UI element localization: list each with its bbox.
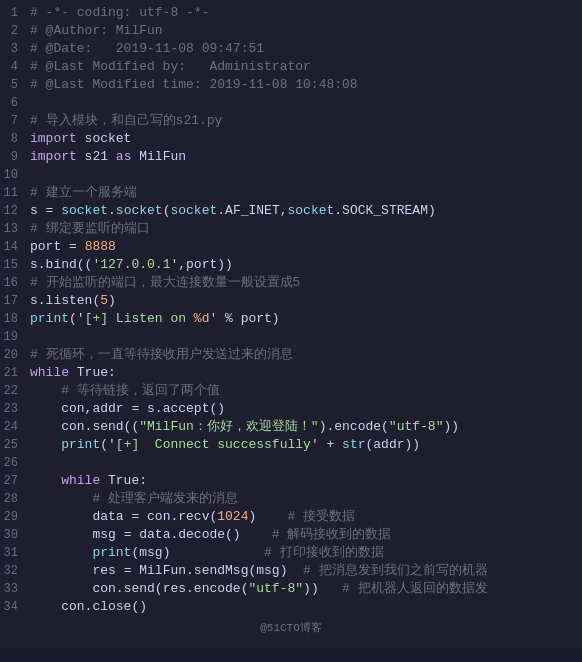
line-content: s = socket.socket(socket.AF_INET,socket.… [30, 202, 574, 220]
line-number: 21 [0, 364, 30, 382]
code-line: 27 while True: [0, 472, 582, 490]
line-number: 8 [0, 130, 30, 148]
line-content [30, 328, 574, 346]
code-line: 32 res = MilFun.sendMsg(msg) # 把消息发到我们之前… [0, 562, 582, 580]
line-number: 12 [0, 202, 30, 220]
line-content: con.close() [30, 598, 574, 616]
line-number: 10 [0, 166, 30, 184]
line-content [30, 94, 574, 112]
line-number: 26 [0, 454, 30, 472]
code-line: 21while True: [0, 364, 582, 382]
code-editor: 1# -*- coding: utf-8 -*-2# @Author: MilF… [0, 0, 582, 648]
code-line: 18print('[+] Listen on %d' % port) [0, 310, 582, 328]
line-content: port = 8888 [30, 238, 574, 256]
line-content: # 导入模块，和自己写的s21.py [30, 112, 574, 130]
line-number: 16 [0, 274, 30, 292]
line-number: 25 [0, 436, 30, 454]
line-content: while True: [30, 472, 574, 490]
line-number: 7 [0, 112, 30, 130]
line-content: con.send(("MilFun：你好，欢迎登陆！").encode("utf… [30, 418, 574, 436]
line-content: # @Last Modified by: Administrator [30, 58, 574, 76]
line-number: 29 [0, 508, 30, 526]
line-number: 4 [0, 58, 30, 76]
line-number: 27 [0, 472, 30, 490]
line-number: 6 [0, 94, 30, 112]
code-line: 22 # 等待链接，返回了两个值 [0, 382, 582, 400]
code-line: 29 data = con.recv(1024) # 接受数据 [0, 508, 582, 526]
footer-watermark: @51CTO博客 [0, 616, 582, 641]
line-number: 28 [0, 490, 30, 508]
line-content: import s21 as MilFun [30, 148, 574, 166]
line-content: # @Date: 2019-11-08 09:47:51 [30, 40, 574, 58]
line-number: 14 [0, 238, 30, 256]
line-content: # -*- coding: utf-8 -*- [30, 4, 574, 22]
line-number: 20 [0, 346, 30, 364]
line-content: print(msg) # 打印接收到的数据 [30, 544, 574, 562]
code-line: 10 [0, 166, 582, 184]
code-line: 14port = 8888 [0, 238, 582, 256]
code-line: 2# @Author: MilFun [0, 22, 582, 40]
line-content [30, 166, 574, 184]
code-line: 5# @Last Modified time: 2019-11-08 10:48… [0, 76, 582, 94]
line-number: 9 [0, 148, 30, 166]
line-content: import socket [30, 130, 574, 148]
line-number: 24 [0, 418, 30, 436]
line-number: 18 [0, 310, 30, 328]
code-line: 16# 开始监听的端口，最大连接数量一般设置成5 [0, 274, 582, 292]
code-line: 24 con.send(("MilFun：你好，欢迎登陆！").encode("… [0, 418, 582, 436]
line-number: 30 [0, 526, 30, 544]
line-content: # @Author: MilFun [30, 22, 574, 40]
line-content: # 建立一个服务端 [30, 184, 574, 202]
line-number: 5 [0, 76, 30, 94]
line-number: 1 [0, 4, 30, 22]
code-line: 9import s21 as MilFun [0, 148, 582, 166]
line-number: 3 [0, 40, 30, 58]
line-number: 13 [0, 220, 30, 238]
code-line: 7# 导入模块，和自己写的s21.py [0, 112, 582, 130]
line-content: # 等待链接，返回了两个值 [30, 382, 574, 400]
code-line: 6 [0, 94, 582, 112]
line-number: 31 [0, 544, 30, 562]
line-content: # @Last Modified time: 2019-11-08 10:48:… [30, 76, 574, 94]
code-line: 34 con.close() [0, 598, 582, 616]
code-line: 33 con.send(res.encode("utf-8")) # 把机器人返… [0, 580, 582, 598]
code-line: 12s = socket.socket(socket.AF_INET,socke… [0, 202, 582, 220]
line-number: 15 [0, 256, 30, 274]
line-number: 22 [0, 382, 30, 400]
code-line: 19 [0, 328, 582, 346]
line-content: print('[+] Connect successfully' + str(a… [30, 436, 574, 454]
line-content [30, 454, 574, 472]
line-number: 19 [0, 328, 30, 346]
code-line: 1# -*- coding: utf-8 -*- [0, 4, 582, 22]
code-line: 23 con,addr = s.accept() [0, 400, 582, 418]
code-line: 8import socket [0, 130, 582, 148]
code-line: 11# 建立一个服务端 [0, 184, 582, 202]
code-line: 20# 死循环，一直等待接收用户发送过来的消息 [0, 346, 582, 364]
line-number: 32 [0, 562, 30, 580]
line-number: 33 [0, 580, 30, 598]
line-content: msg = data.decode() # 解码接收到的数据 [30, 526, 574, 544]
code-line: 17s.listen(5) [0, 292, 582, 310]
code-line: 15s.bind(('127.0.0.1',port)) [0, 256, 582, 274]
line-number: 34 [0, 598, 30, 616]
line-content: res = MilFun.sendMsg(msg) # 把消息发到我们之前写的机… [30, 562, 574, 580]
code-line: 25 print('[+] Connect successfully' + st… [0, 436, 582, 454]
code-line: 4# @Last Modified by: Administrator [0, 58, 582, 76]
line-number: 17 [0, 292, 30, 310]
code-line: 30 msg = data.decode() # 解码接收到的数据 [0, 526, 582, 544]
line-content: # 死循环，一直等待接收用户发送过来的消息 [30, 346, 574, 364]
code-line: 13# 绑定要监听的端口 [0, 220, 582, 238]
line-number: 2 [0, 22, 30, 40]
line-content: con,addr = s.accept() [30, 400, 574, 418]
line-content: con.send(res.encode("utf-8")) # 把机器人返回的数… [30, 580, 574, 598]
line-content: # 处理客户端发来的消息 [30, 490, 574, 508]
line-number: 11 [0, 184, 30, 202]
line-content: data = con.recv(1024) # 接受数据 [30, 508, 574, 526]
line-content: # 开始监听的端口，最大连接数量一般设置成5 [30, 274, 574, 292]
code-line: 26 [0, 454, 582, 472]
code-line: 28 # 处理客户端发来的消息 [0, 490, 582, 508]
code-line: 3# @Date: 2019-11-08 09:47:51 [0, 40, 582, 58]
code-line: 31 print(msg) # 打印接收到的数据 [0, 544, 582, 562]
line-content: while True: [30, 364, 574, 382]
line-content: s.listen(5) [30, 292, 574, 310]
